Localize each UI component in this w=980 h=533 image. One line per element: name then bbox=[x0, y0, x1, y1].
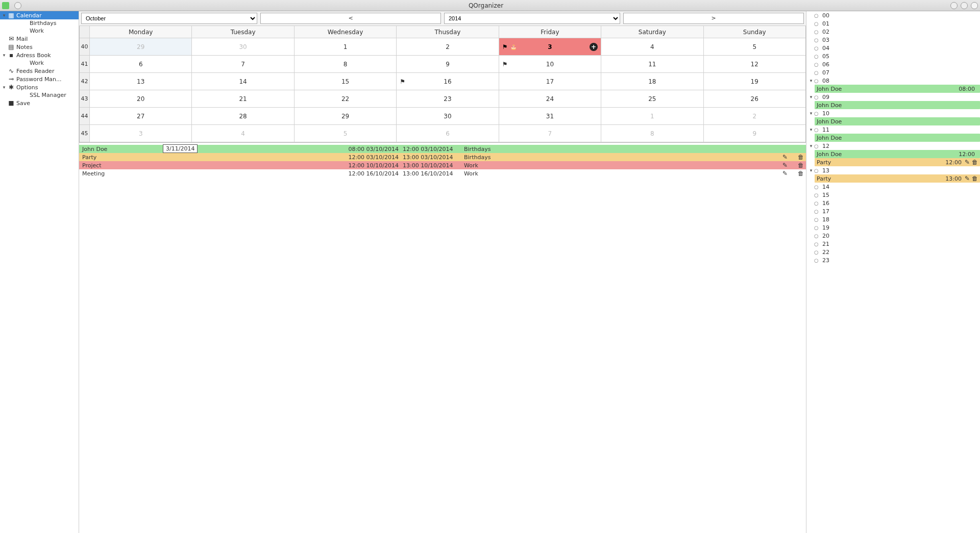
calendar-cell[interactable]: 19 bbox=[704, 73, 805, 90]
calendar-cell[interactable]: 21 bbox=[192, 90, 294, 108]
hour-event[interactable]: John Doe bbox=[815, 101, 980, 109]
hour-row[interactable]: ○18 bbox=[806, 215, 980, 223]
hour-row[interactable]: ▾○13 bbox=[806, 166, 980, 174]
edit-icon[interactable]: ✎ bbox=[965, 175, 970, 182]
calendar-cell[interactable]: 30 bbox=[397, 108, 499, 125]
prev-button[interactable]: < bbox=[260, 13, 441, 24]
calendar-cell[interactable]: 29 bbox=[90, 38, 192, 56]
hour-row[interactable]: ○15 bbox=[806, 191, 980, 199]
calendar-cell[interactable]: 24 bbox=[499, 90, 601, 108]
calendar-cell[interactable]: 18 bbox=[601, 73, 703, 90]
calendar-cell[interactable]: 17 bbox=[499, 73, 601, 90]
calendar-cell[interactable]: 27 bbox=[90, 108, 192, 125]
delete-icon[interactable]: 🗑 bbox=[798, 162, 804, 169]
hour-row[interactable]: ○00 bbox=[806, 11, 980, 19]
sidebar-item-ssl-manager[interactable]: SSL Manager bbox=[0, 91, 79, 99]
edit-icon[interactable]: ✎ bbox=[782, 162, 788, 169]
hour-row[interactable]: ○22 bbox=[806, 248, 980, 256]
calendar-cell[interactable]: ⚑🎂+3 bbox=[499, 38, 601, 56]
hour-event[interactable]: Party12:00✎🗑 bbox=[815, 158, 980, 166]
calendar-cell[interactable]: 9 bbox=[704, 125, 805, 142]
sidebar-item-options[interactable]: ▾✱Options bbox=[0, 83, 79, 91]
sidebar-item-work[interactable]: Work bbox=[0, 59, 79, 67]
next-button[interactable]: > bbox=[623, 13, 804, 24]
close-button[interactable] bbox=[971, 2, 978, 9]
calendar-cell[interactable]: ⚑10 bbox=[499, 56, 601, 73]
calendar-cell[interactable]: 5 bbox=[704, 38, 805, 56]
sidebar-item-work[interactable]: Work bbox=[0, 27, 79, 35]
edit-icon[interactable]: ✎ bbox=[965, 159, 970, 166]
calendar-cell[interactable]: 6 bbox=[397, 125, 499, 142]
calendar-cell[interactable]: 30 bbox=[192, 38, 294, 56]
calendar-cell[interactable]: 29 bbox=[295, 108, 397, 125]
calendar-cell[interactable]: ⚑16 bbox=[397, 73, 499, 90]
hour-row[interactable]: ○04 bbox=[806, 44, 980, 52]
hour-event[interactable]: John Doe bbox=[815, 117, 980, 125]
calendar-cell[interactable]: 6 bbox=[90, 56, 192, 73]
window-button[interactable] bbox=[14, 2, 21, 9]
calendar-cell[interactable]: 4 bbox=[192, 125, 294, 142]
hour-row[interactable]: ○14 bbox=[806, 183, 980, 191]
hour-event[interactable]: John Doe12:00 bbox=[815, 150, 980, 158]
hour-row[interactable]: ○02 bbox=[806, 28, 980, 36]
calendar-cell[interactable]: 25 bbox=[601, 90, 703, 108]
calendar-cell[interactable]: 7 bbox=[499, 125, 601, 142]
hour-row[interactable]: ○20 bbox=[806, 232, 980, 240]
hour-row[interactable]: ▾○12 bbox=[806, 142, 980, 150]
calendar-cell[interactable]: 20 bbox=[90, 90, 192, 108]
hour-row[interactable]: ○23 bbox=[806, 256, 980, 264]
delete-icon[interactable]: 🗑 bbox=[798, 154, 804, 161]
sidebar-item-notes[interactable]: ▤Notes bbox=[0, 43, 79, 51]
hour-row[interactable]: ○03 bbox=[806, 36, 980, 44]
hour-row[interactable]: ▾○08 bbox=[806, 77, 980, 85]
event-row[interactable]: Project12:00 10/10/201413:00 10/10/2014W… bbox=[79, 161, 806, 169]
hour-event[interactable]: Party13:00✎🗑 bbox=[815, 174, 980, 183]
hour-row[interactable]: ○06 bbox=[806, 60, 980, 68]
hour-row[interactable]: ▾○10 bbox=[806, 109, 980, 117]
calendar-cell[interactable]: 2 bbox=[397, 38, 499, 56]
delete-icon[interactable]: 🗑 bbox=[798, 170, 804, 177]
calendar-cell[interactable]: 15 bbox=[295, 73, 397, 90]
calendar-cell[interactable]: 7 bbox=[192, 56, 294, 73]
calendar-cell[interactable]: 14 bbox=[192, 73, 294, 90]
hour-row[interactable]: ▾○09 bbox=[806, 93, 980, 101]
hour-row[interactable]: ○16 bbox=[806, 199, 980, 207]
hour-row[interactable]: ○19 bbox=[806, 223, 980, 232]
month-select[interactable]: October bbox=[81, 13, 257, 24]
hour-row[interactable]: ▾○11 bbox=[806, 125, 980, 134]
calendar-cell[interactable]: 22 bbox=[295, 90, 397, 108]
delete-icon[interactable]: 🗑 bbox=[972, 175, 978, 182]
calendar-cell[interactable]: 12 bbox=[704, 56, 805, 73]
calendar-cell[interactable]: 3 bbox=[90, 125, 192, 142]
sidebar-item-save[interactable]: ■Save bbox=[0, 99, 79, 107]
sidebar-item-birthdays[interactable]: Birthdays bbox=[0, 19, 79, 27]
hour-row[interactable]: ○07 bbox=[806, 68, 980, 77]
calendar-cell[interactable]: 8 bbox=[295, 56, 397, 73]
calendar-cell[interactable]: 23 bbox=[397, 90, 499, 108]
edit-icon[interactable]: ✎ bbox=[782, 170, 788, 177]
hour-event[interactable]: John Doe bbox=[815, 134, 980, 142]
sidebar-item-password-man-[interactable]: ⊸Password Man... bbox=[0, 75, 79, 83]
calendar-cell[interactable]: 5 bbox=[295, 125, 397, 142]
calendar-cell[interactable]: 4 bbox=[601, 38, 703, 56]
delete-icon[interactable]: 🗑 bbox=[972, 159, 978, 166]
event-row[interactable]: Party12:00 03/10/201413:00 03/10/2014Bir… bbox=[79, 153, 806, 161]
calendar-cell[interactable]: 28 bbox=[192, 108, 294, 125]
add-event-button[interactable]: + bbox=[590, 43, 598, 51]
hour-event[interactable]: John Doe08:00 bbox=[815, 85, 980, 93]
maximize-button[interactable] bbox=[961, 2, 968, 9]
hour-row[interactable]: ○01 bbox=[806, 19, 980, 28]
edit-icon[interactable]: ✎ bbox=[782, 154, 788, 161]
minimize-button[interactable] bbox=[950, 2, 958, 9]
calendar-cell[interactable]: 11 bbox=[601, 56, 703, 73]
sidebar-item-adress-book[interactable]: ▾▪Adress Book bbox=[0, 51, 79, 59]
calendar-cell[interactable]: 8 bbox=[601, 125, 703, 142]
calendar-cell[interactable]: 1 bbox=[601, 108, 703, 125]
sidebar-item-feeds-reader[interactable]: ∿Feeds Reader bbox=[0, 67, 79, 75]
sidebar-item-calendar[interactable]: ▾▦Calendar bbox=[0, 11, 79, 19]
event-row[interactable]: Meeting12:00 16/10/201413:00 16/10/2014W… bbox=[79, 169, 806, 177]
date-box[interactable]: 3/11/2014 bbox=[163, 144, 198, 153]
hour-row[interactable]: ○21 bbox=[806, 240, 980, 248]
calendar-cell[interactable]: 31 bbox=[499, 108, 601, 125]
calendar-cell[interactable]: 2 bbox=[704, 108, 805, 125]
